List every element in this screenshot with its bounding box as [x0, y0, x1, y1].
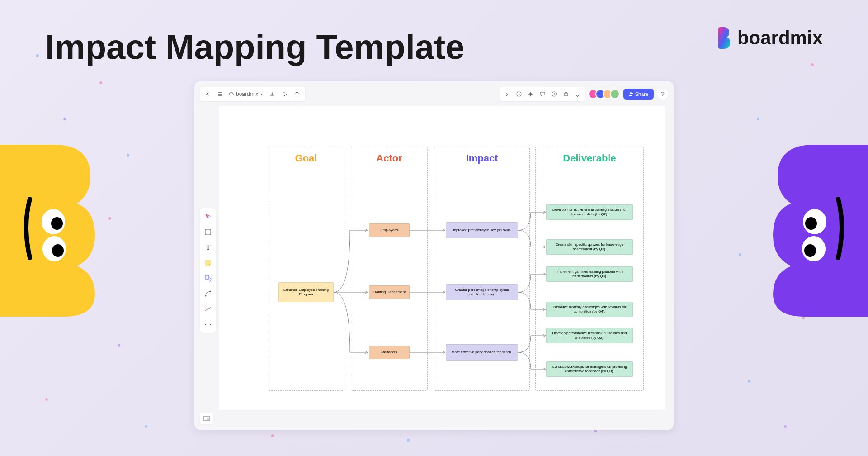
help-button[interactable]: ?	[657, 89, 668, 100]
chevron-down-icon[interactable]: ⌄	[574, 90, 582, 98]
file-name[interactable]: boardmix	[229, 91, 264, 97]
mascot-right-icon	[750, 145, 868, 318]
column-goal-title: Goal	[268, 152, 344, 164]
shape-tool[interactable]	[203, 273, 213, 283]
node-actor[interactable]: Training Department	[369, 285, 410, 299]
node-deliverable[interactable]: Develop interactive online training modu…	[546, 204, 633, 220]
tag-button[interactable]	[281, 90, 289, 98]
play-icon[interactable]	[515, 90, 523, 98]
share-button[interactable]: Share	[623, 89, 654, 100]
pen-tool[interactable]	[203, 304, 213, 314]
column-deliverable-title: Deliverable	[536, 152, 643, 164]
node-goal[interactable]: Enhance Employee Training Program	[278, 282, 334, 302]
text-tool[interactable]: T	[203, 242, 213, 252]
node-actor[interactable]: Employees	[369, 223, 410, 237]
column-impact-title: Impact	[434, 152, 529, 164]
download-button[interactable]	[268, 90, 276, 98]
svg-rect-14	[205, 276, 209, 279]
svg-rect-11	[564, 93, 568, 96]
column-actor-title: Actor	[351, 152, 427, 164]
back-button[interactable]	[203, 90, 212, 98]
canvas[interactable]: Goal Actor Impact Deliverable	[219, 106, 665, 410]
node-deliverable[interactable]: Develop performance feedback guidelines …	[546, 328, 633, 343]
node-deliverable[interactable]: Implement gamified training platform wit…	[546, 266, 633, 282]
history-icon[interactable]	[550, 90, 558, 98]
template-icon[interactable]	[562, 90, 570, 98]
more-tools[interactable]: ⋯	[203, 319, 213, 329]
svg-point-3	[52, 244, 64, 257]
node-deliverable[interactable]: Conduct workshops for managers on provid…	[546, 361, 633, 377]
toolbar-left: T ⋯	[200, 208, 216, 333]
brand-name: boardmix	[737, 27, 823, 49]
node-impact[interactable]: Improved proficiency in key job skills.	[446, 222, 518, 238]
collaborator-avatars[interactable]	[588, 89, 620, 99]
node-impact[interactable]: Greater percentage of employees complete…	[446, 284, 518, 300]
svg-point-17	[210, 291, 211, 292]
node-deliverable[interactable]: Create skill-specific quizzes for knowle…	[546, 239, 633, 255]
svg-point-8	[296, 92, 298, 95]
svg-point-16	[205, 295, 207, 297]
svg-point-5	[805, 217, 817, 230]
node-actor[interactable]: Managers	[369, 346, 410, 359]
toolbar-top: boardmix	[200, 87, 305, 101]
svg-point-15	[208, 278, 211, 281]
search-button[interactable]	[293, 90, 302, 98]
person-plus-icon	[629, 92, 633, 96]
app-window: boardmix › ✦ ⌄ Share ? T	[194, 81, 674, 430]
svg-point-1	[51, 217, 63, 230]
chevron-down-icon	[260, 92, 264, 96]
column-goal: Goal	[268, 147, 344, 391]
svg-point-12	[630, 92, 632, 94]
minimap-button[interactable]	[200, 413, 213, 424]
brand-logo-icon	[714, 27, 732, 49]
node-impact[interactable]: More effective performance feedback.	[446, 344, 518, 361]
svg-rect-13	[206, 230, 210, 234]
connector-tool[interactable]	[203, 289, 213, 299]
svg-point-7	[804, 244, 816, 257]
mascot-left-icon	[0, 145, 118, 318]
sparkle-icon[interactable]: ✦	[527, 90, 535, 98]
page-title: Impact Mapping Template	[45, 27, 465, 66]
select-tool[interactable]	[203, 212, 213, 222]
svg-rect-19	[207, 418, 209, 420]
toolbar-right: › ✦ ⌄ Share ?	[500, 87, 668, 101]
cloud-icon	[229, 91, 234, 97]
expand-icon[interactable]: ›	[503, 90, 511, 98]
brand: boardmix	[714, 27, 823, 49]
node-deliverable[interactable]: Introduce monthly challenges with reward…	[546, 302, 633, 317]
menu-button[interactable]	[216, 90, 224, 98]
sticky-note-tool[interactable]	[203, 258, 213, 268]
comment-icon[interactable]	[538, 90, 547, 98]
frame-tool[interactable]	[203, 227, 213, 237]
